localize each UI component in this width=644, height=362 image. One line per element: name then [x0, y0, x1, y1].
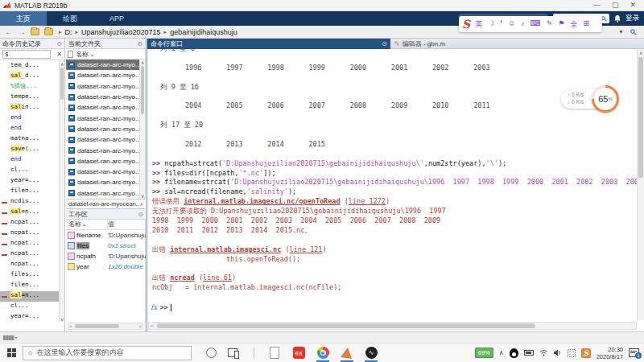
file-row[interactable]: dataset-ran-arc-myo...	[66, 145, 139, 155]
status-dropdown-icon[interactable]: ▾	[15, 335, 18, 340]
error-link[interactable]: line 1272	[349, 197, 386, 205]
breadcrumb-item[interactable]: D:	[65, 28, 72, 36]
error-link[interactable]: line 121	[290, 245, 323, 253]
close-button[interactable]: ✕	[630, 0, 636, 10]
history-item[interactable]: ncpat...	[0, 228, 59, 239]
panel-menu-icon[interactable]: ⊙	[56, 40, 62, 47]
start-button[interactable]	[0, 348, 23, 357]
up-folder-icon[interactable]	[31, 28, 39, 35]
history-search-input[interactable]	[2, 50, 51, 59]
history-item[interactable]: filen...	[0, 187, 59, 197]
taskbar-clock[interactable]: 20:30 2020/8/17	[597, 346, 623, 360]
toolbox-icon[interactable]: ⊞	[583, 19, 589, 30]
keyboard-icon[interactable]: ⌨	[530, 19, 541, 30]
taskbar-search-box[interactable]: ○⁠ 在这里输入你要搜索的内容	[23, 346, 192, 360]
fullwidth-icon[interactable]: 全	[570, 19, 577, 30]
task-view-button[interactable]	[228, 348, 237, 357]
voice-icon[interactable]: ♪	[521, 19, 525, 30]
net-speed-widget[interactable]: ↑0 K/s ↓0 K/s 65%	[561, 85, 619, 113]
history-item[interactable]: end	[0, 113, 59, 124]
history-item[interactable]: filen...	[0, 281, 59, 291]
history-item[interactable]: sal=n...	[0, 208, 59, 218]
file-row[interactable]: dataset-ran-arc-myo...	[66, 60, 139, 70]
file-row[interactable]: dataset-ran-arc-myo...	[66, 113, 139, 123]
qq-icon[interactable]	[510, 348, 518, 358]
history-item[interactable]: matna...	[0, 134, 59, 145]
back-icon[interactable]: ←	[5, 27, 13, 36]
cortana-button[interactable]	[206, 348, 217, 358]
wifi-icon[interactable]	[539, 349, 548, 356]
error-link[interactable]: line 61	[203, 274, 232, 282]
folder-horizontal-scrollbar[interactable]: <>	[68, 323, 143, 330]
night-mode-icon[interactable]: ☽	[488, 19, 494, 30]
clear-search-icon[interactable]: ✕	[56, 51, 62, 58]
file-row[interactable]: dataset-ran-arc-myo...	[66, 92, 139, 102]
panel-menu-icon[interactable]: ⊙	[137, 40, 142, 47]
file-row[interactable]: dataset-ran-arc-myo...	[66, 70, 139, 80]
file-row[interactable]: dataset-ran-arc-myo...	[66, 167, 139, 177]
sogou-logo-icon[interactable]: S	[462, 18, 470, 31]
history-item[interactable]: save(...	[0, 145, 59, 155]
taskbar-app-chrome[interactable]	[314, 344, 332, 362]
browse-folder-icon[interactable]	[44, 28, 53, 35]
forward-icon[interactable]: →	[18, 27, 26, 36]
file-row[interactable]: dataset-ran-arc-myo...	[66, 81, 139, 92]
workspace-row[interactable]: ncpath'D:Upanshujuzili...	[66, 251, 146, 261]
history-item[interactable]: salin...	[0, 103, 59, 113]
file-row[interactable]: dataset-ran-arc-myo...	[66, 156, 139, 167]
history-item[interactable]: sal=n...	[0, 291, 59, 302]
command-window-vscrollbar[interactable]: ∧	[637, 49, 644, 320]
command-window-hscrollbar[interactable]: <	[148, 322, 637, 330]
file-detail-bar[interactable]: dataset-ran-arc-myocean..∧	[66, 199, 146, 209]
history-item[interactable]: cl...	[0, 166, 59, 176]
notification-center-icon[interactable]: 1	[629, 348, 639, 357]
speaker-icon[interactable]	[554, 349, 562, 356]
file-row[interactable]: dataset-ran-arc-myo...	[66, 177, 139, 187]
panel-menu-icon[interactable]: ⊙	[382, 40, 387, 47]
file-list-scrollbar[interactable]: ∧∨	[139, 60, 145, 199]
file-list-header[interactable]: 名称▴	[66, 49, 145, 60]
workspace-column-headers[interactable]: 名称 ▴ 值	[66, 220, 146, 230]
history-item[interactable]: cl...	[0, 302, 59, 312]
panel-menu-icon[interactable]: ⊙	[138, 211, 143, 218]
maximize-button[interactable]: ▢	[612, 0, 619, 10]
history-item[interactable]: ncdis...	[0, 197, 59, 208]
notification-bell-icon[interactable]	[614, 15, 621, 23]
editor-tab[interactable]: ✎编辑器 - gbn.m	[390, 39, 644, 49]
history-item[interactable]: %插值...	[0, 82, 59, 93]
file-row[interactable]: dataset-ran-arc-myo...	[66, 134, 139, 145]
chevron-down-icon[interactable]: ▼	[618, 29, 624, 35]
minimize-button[interactable]: —	[593, 0, 601, 10]
history-item[interactable]: sal_d...	[0, 72, 59, 82]
tab-绘图[interactable]: 绘图	[47, 11, 93, 26]
taskbar-app-notepad[interactable]	[266, 344, 283, 362]
memory-usage-ring[interactable]: 65%	[592, 85, 619, 113]
history-item[interactable]: ncpat...	[0, 249, 59, 260]
battery-percent-badge[interactable]: 69%	[475, 348, 493, 358]
skin-icon[interactable]: ⚑	[558, 19, 564, 30]
workspace-row[interactable]: files0x1 struct	[66, 241, 146, 251]
history-item[interactable]: ncpat...	[0, 239, 59, 249]
workspace-row[interactable]: year1x20 double	[66, 261, 146, 272]
fx-icon[interactable]: fx	[151, 303, 157, 311]
emoji-icon[interactable]: ☺	[508, 19, 515, 30]
taskbar-app-dark[interactable]: ∿	[362, 344, 380, 362]
error-link[interactable]: internal.matlab.imagesci.nc/openToRead	[184, 197, 340, 205]
history-item[interactable]: tempe...	[0, 93, 59, 103]
tray-expand-icon[interactable]: ∧	[499, 349, 504, 356]
history-item[interactable]: tem_d...	[0, 61, 59, 72]
workspace-row[interactable]: filename'D:Upanshujuzili...	[66, 230, 146, 241]
battery-icon[interactable]	[524, 350, 534, 356]
file-row[interactable]: dataset-ran-arc-myo...	[66, 124, 139, 134]
sign-in-link[interactable]: 登录	[625, 14, 641, 23]
apostrophe-icon[interactable]: ❜	[500, 19, 502, 30]
file-row[interactable]: dataset-ran-arc-myo...	[66, 102, 139, 113]
history-item[interactable]: end	[0, 124, 59, 134]
tab-主页[interactable]: 主页	[0, 11, 47, 26]
handwriting-icon[interactable]: ✎	[547, 19, 553, 30]
breadcrumb-item[interactable]: Upanshujuziliao2020715	[81, 28, 161, 36]
ime-grid-icon[interactable]	[568, 349, 576, 357]
command-prompt[interactable]: fx >>	[152, 302, 637, 312]
sogou-tray-icon[interactable]: S	[581, 348, 591, 358]
history-item[interactable]: ncpat...	[0, 218, 59, 228]
